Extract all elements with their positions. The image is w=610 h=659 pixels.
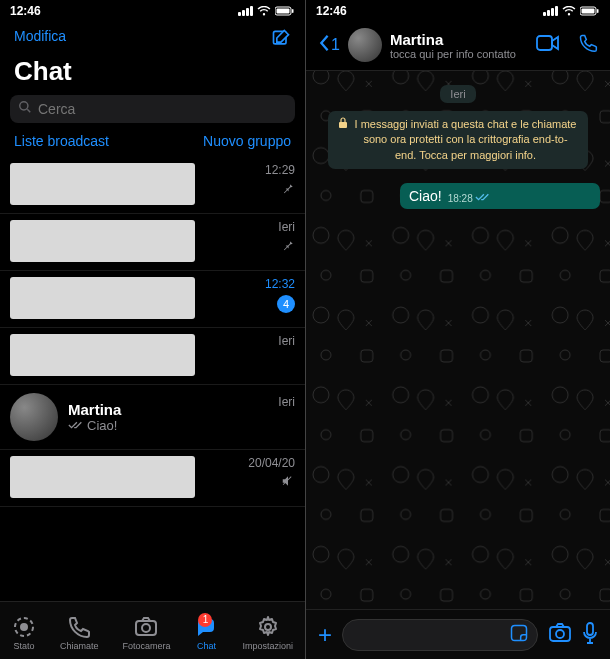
cellular-signal-icon — [238, 6, 253, 16]
compose-icon[interactable] — [271, 28, 291, 52]
chat-time: 20/04/20 — [248, 456, 295, 470]
svg-point-4 — [20, 102, 28, 110]
voice-call-button[interactable] — [578, 33, 598, 57]
tab-bar: Stato Chiamate Fotocamera 1 Chat Imposta… — [0, 601, 305, 659]
tab-badge: 1 — [198, 613, 212, 627]
chat-list: 12:29 Ieri 12:32 4 — [0, 157, 305, 601]
chat-row-martina[interactable]: Martina Ciao! Ieri — [0, 385, 305, 450]
avatar[interactable] — [348, 28, 382, 62]
battery-icon — [580, 6, 600, 16]
tab-chats[interactable]: 1 Chat — [194, 615, 218, 651]
unread-badge: 4 — [277, 295, 295, 313]
lock-icon — [338, 117, 348, 133]
chat-row[interactable]: 12:32 4 — [0, 271, 305, 328]
chat-row-redacted — [10, 334, 195, 376]
attach-button[interactable]: + — [318, 621, 332, 649]
cellular-signal-icon — [543, 6, 558, 16]
message-out[interactable]: Ciao! 18:28 — [400, 183, 600, 209]
conversation-header: 1 Martina tocca qui per info contatto — [306, 22, 610, 71]
svg-rect-19 — [512, 625, 527, 640]
status-bar: 12:46 — [306, 0, 610, 22]
edit-button[interactable]: Modifica — [14, 28, 66, 52]
page-title: Chat — [0, 56, 305, 93]
wifi-icon — [562, 6, 576, 16]
chat-row-redacted — [10, 456, 195, 498]
new-group-button[interactable]: Nuovo gruppo — [203, 133, 291, 149]
chat-preview: Ciao! — [68, 418, 268, 433]
conversation-screen: 12:46 1 Martina tocca qui per info conta… — [305, 0, 610, 659]
svg-rect-12 — [597, 9, 599, 13]
status-indicators — [543, 6, 600, 16]
chat-time: Ieri — [278, 220, 295, 234]
battery-icon — [275, 6, 295, 16]
message-time: 18:28 — [448, 193, 473, 204]
chat-time: Ieri — [278, 334, 295, 348]
tab-camera[interactable]: Fotocamera — [122, 615, 170, 651]
camera-button[interactable] — [548, 623, 572, 647]
svg-rect-22 — [587, 623, 593, 635]
avatar — [10, 393, 58, 441]
contact-info-button[interactable]: Martina tocca qui per info contatto — [390, 31, 518, 60]
chat-time: 12:32 — [265, 277, 295, 291]
chat-time: Ieri — [278, 395, 295, 409]
chat-row[interactable]: Ieri — [0, 328, 305, 385]
mute-icon — [281, 474, 295, 488]
video-call-button[interactable] — [536, 35, 560, 55]
chat-row-redacted — [10, 163, 195, 205]
tab-calls[interactable]: Chiamate — [60, 615, 99, 651]
svg-rect-13 — [537, 36, 552, 50]
conversation-subtitle: tocca qui per info contatto — [390, 48, 518, 60]
svg-point-21 — [556, 630, 564, 638]
svg-point-8 — [142, 624, 150, 632]
svg-rect-11 — [582, 9, 595, 14]
chat-row[interactable]: 20/04/20 — [0, 450, 305, 507]
chat-row-redacted — [10, 220, 195, 262]
pin-icon — [281, 181, 295, 195]
status-bar: 12:46 — [0, 0, 305, 22]
chat-name: Martina — [68, 401, 268, 418]
microphone-button[interactable] — [582, 622, 598, 648]
svg-rect-1 — [277, 9, 290, 14]
message-input[interactable] — [342, 619, 538, 651]
wifi-icon — [257, 6, 271, 16]
conversation-name: Martina — [390, 31, 518, 48]
tab-status[interactable]: Stato — [12, 615, 36, 651]
back-button[interactable]: 1 — [318, 34, 340, 56]
svg-rect-2 — [292, 9, 294, 13]
pin-icon — [281, 238, 295, 252]
search-icon — [18, 100, 32, 118]
chevron-left-icon — [318, 34, 330, 56]
message-input-bar: + — [306, 609, 610, 659]
date-chip: Ieri — [440, 85, 475, 103]
tab-settings[interactable]: Impostazioni — [242, 615, 293, 651]
broadcast-lists-button[interactable]: Liste broadcast — [14, 133, 109, 149]
status-time: 12:46 — [316, 4, 347, 18]
status-time: 12:46 — [10, 4, 41, 18]
encryption-notice[interactable]: I messaggi inviati a questa chat e le ch… — [328, 111, 588, 169]
search-input[interactable] — [10, 95, 295, 123]
sticker-icon[interactable] — [509, 623, 529, 647]
search-field[interactable] — [38, 101, 287, 117]
message-text: Ciao! — [409, 188, 442, 204]
chat-time: 12:29 — [265, 163, 295, 177]
chat-row[interactable]: Ieri — [0, 214, 305, 271]
read-ticks-icon — [68, 418, 84, 433]
svg-point-9 — [265, 624, 271, 630]
svg-point-6 — [21, 624, 27, 630]
chat-row-redacted — [10, 277, 195, 319]
status-indicators — [238, 6, 295, 16]
read-ticks-icon — [475, 192, 491, 204]
chat-row[interactable]: 12:29 — [0, 157, 305, 214]
conversation-body: Ieri I messaggi inviati a questa chat e … — [306, 71, 610, 609]
svg-rect-18 — [339, 122, 347, 128]
svg-rect-20 — [550, 627, 570, 641]
chat-list-screen: 12:46 Modifica Chat Liste broadcast Nuov… — [0, 0, 305, 659]
